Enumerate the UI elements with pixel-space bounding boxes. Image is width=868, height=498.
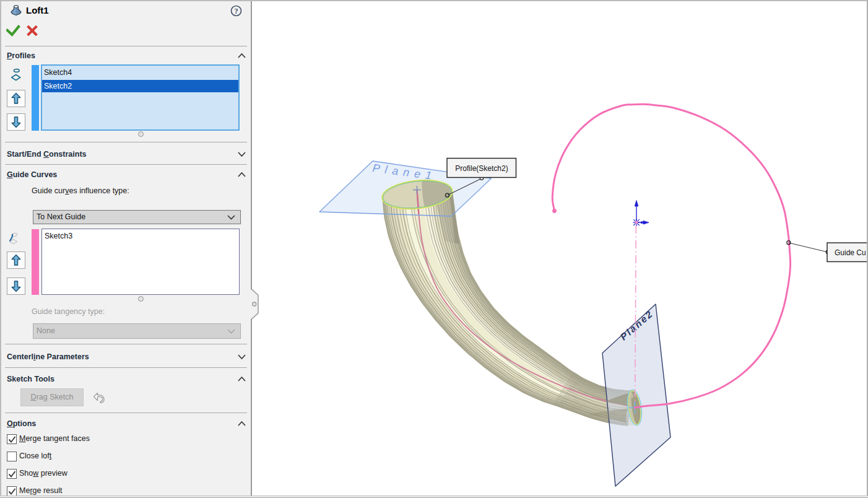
svg-text:Guide Cu: Guide Cu bbox=[835, 248, 866, 257]
svg-text:Profile(Sketch2): Profile(Sketch2) bbox=[455, 164, 508, 173]
